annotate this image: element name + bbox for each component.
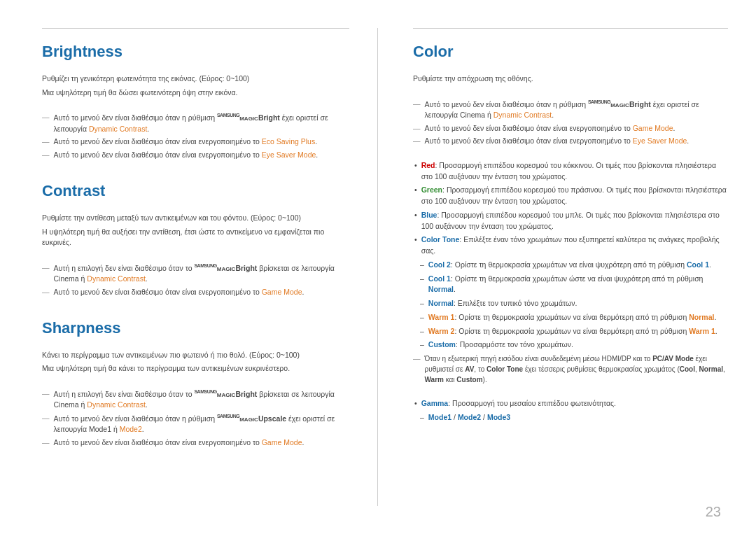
game-mode-col-ref: Game Mode — [633, 124, 673, 132]
color-tone-note-text: Όταν η εξωτερική πηγή εισόδου είναι συνδ… — [425, 353, 729, 385]
brightness-note-1-text: Αυτό το μενού δεν είναι διαθέσιμο όταν η… — [54, 112, 350, 134]
color-tone-note: ― Όταν η εξωτερική πηγή εισόδου είναι συ… — [413, 353, 728, 385]
em-dash-s3: ― — [42, 437, 50, 449]
contrast-note-1: ― Αυτή η επιλογή δεν είναι διαθέσιμο ότα… — [42, 262, 349, 285]
brightness-note-3-text: Αυτό το μενού δεν είναι διαθέσιμο όταν ε… — [54, 150, 318, 161]
cool2-item: – Cool 2: Ορίστε τη θερμοκρασία χρωμάτων… — [413, 260, 728, 271]
cool1-item: – Cool 1: Ορίστε τη θερμοκρασία χρωμάτων… — [413, 274, 728, 296]
bright-label-c: Bright — [235, 263, 257, 272]
samsung-brand-c: SAMSUNG — [194, 263, 216, 268]
contrast-body: Ρυθμίστε την αντίθεση μεταξύ των αντικει… — [42, 213, 349, 298]
color-note-3-text: Αυτό το μενού δεν είναι διαθέσιμο όταν ε… — [425, 136, 690, 147]
gamma-modes-text: Mode1 / Mode2 / Mode3 — [428, 412, 510, 423]
em-dash-tone-note: ― — [413, 353, 421, 385]
gamma-text: Gamma: Προσαρμογή του μεσαίου επιπέδου φ… — [421, 398, 616, 409]
sharpness-note-3-text: Αυτό το μενού δεν είναι διαθέσιμο όταν ε… — [54, 437, 304, 449]
blue-label: Blue — [421, 211, 438, 219]
green-label: Green — [421, 185, 442, 194]
dash-cool1: – — [420, 274, 424, 296]
cool2-label: Cool 2 — [428, 260, 451, 269]
color-bullet-red: • Red: Προσαρμογή επιπέδου κορεσμού του … — [413, 160, 728, 183]
dynamic-contrast-col-ref: Dynamic Contrast — [493, 111, 552, 119]
samsung-brand-s: SAMSUNG — [194, 389, 216, 394]
game-mode-s-ref: Game Mode — [262, 438, 302, 447]
eye-saver-col-ref: Eye Saver Mode — [633, 136, 687, 145]
warm2-label: Warm 2 — [428, 327, 455, 335]
left-column: Brightness Ρυθμίζει τη γενικότερη φωτειν… — [0, 28, 378, 506]
bright-label: Bright — [258, 113, 280, 122]
em-dash-3: ― — [42, 150, 50, 161]
warm1-label: Warm 1 — [428, 313, 455, 321]
color-note-1-text: Αυτό το μενού δεν είναι διαθέσιμο όταν η… — [425, 99, 729, 121]
em-dash-c1: ― — [42, 262, 50, 285]
warm1-ref: Warm 1 — [689, 327, 715, 335]
normal-label: Normal — [428, 299, 454, 307]
mode2-label: Mode2 — [458, 413, 481, 421]
game-mode-c-ref: Game Mode — [262, 288, 302, 296]
sharpness-note-1-text: Αυτή η επιλογή δεν είναι διαθέσιμο όταν … — [54, 388, 350, 411]
eye-saver-ref: Eye Saver Mode — [262, 150, 316, 159]
sharpness-p1: Κάνει το περίγραμμα των αντικειμένων πιο… — [42, 350, 349, 361]
custom-item: – Custom: Προσαρμόστε τον τόνο χρωμάτων. — [413, 339, 728, 351]
dash-custom: – — [420, 339, 424, 351]
bright-label-s: Bright — [235, 389, 257, 398]
samsung-brand-s2: SAMSUNG — [217, 414, 239, 419]
gamma-label: Gamma — [421, 399, 449, 407]
color-intro: Ρυθμίστε την απόχρωση της οθόνης. — [413, 73, 728, 85]
cool1-label: Cool 1 — [428, 274, 451, 283]
right-column: Color Ρυθμίστε την απόχρωση της οθόνης. … — [378, 28, 756, 506]
cool1-ref: Cool 1 — [687, 260, 709, 269]
color-bullet-red-text: Red: Προσαρμογή επιπέδου κορεσμού του κό… — [421, 160, 728, 183]
em-dash-col3: ― — [413, 136, 421, 147]
magic-brand-c: MAGIC — [217, 265, 236, 272]
color-section: Color Ρυθμίστε την απόχρωση της οθόνης. … — [413, 43, 728, 423]
eco-saving-ref: Eco Saving Plus — [262, 137, 315, 146]
sharpness-note-2-text: Αυτό το μενού δεν είναι διαθέσιμο όταν η… — [54, 413, 350, 435]
warm1-text: Warm 1: Ορίστε τη θερμοκρασία χρωμάτων ν… — [428, 312, 717, 323]
magic-brand-s2: MAGIC — [239, 416, 258, 422]
color-tone-label: Color Tone — [421, 235, 460, 244]
cool2-text: Cool 2: Ορίστε τη θερμοκρασία χρωμάτων ν… — [428, 260, 711, 271]
sharpness-note-2: ― Αυτό το μενού δεν είναι διαθέσιμο όταν… — [42, 413, 349, 435]
color-bullet-tone: • Color Tone: Επιλέξτε έναν τόνο χρωμάτω… — [413, 234, 728, 257]
color-bullet-tone-text: Color Tone: Επιλέξτε έναν τόνο χρωμάτων … — [421, 234, 728, 257]
brightness-section: Brightness Ρυθμίζει τη γενικότερη φωτειν… — [42, 43, 349, 161]
gamma-bullet: • Gamma: Προσαρμογή του μεσαίου επιπέδου… — [413, 398, 728, 409]
dash-warm1: – — [420, 312, 424, 323]
samsung-brand-col: SAMSUNG — [588, 99, 610, 104]
em-dash-col2: ― — [413, 123, 421, 134]
red-label: Red — [421, 161, 435, 169]
bullet-dot-gamma: • — [414, 398, 417, 409]
dash-warm2: – — [420, 326, 424, 337]
em-dash-s2: ― — [42, 413, 50, 435]
brightness-title: Brightness — [42, 43, 349, 65]
sharpness-note-1: ― Αυτή η επιλογή δεν είναι διαθέσιμο ότα… — [42, 388, 349, 411]
dynamic-contrast-s-ref: Dynamic Contrast — [87, 400, 145, 409]
bright-label-col: Bright — [629, 99, 651, 108]
brightness-body: Ρυθμίζει τη γενικότερη φωτεινότητα της ε… — [42, 73, 349, 161]
color-body: Ρυθμίστε την απόχρωση της οθόνης. ― Αυτό… — [413, 73, 728, 423]
brightness-note-1: ― Αυτό το μενού δεν είναι διαθέσιμο όταν… — [42, 112, 349, 134]
contrast-note-1-text: Αυτή η επιλογή δεν είναι διαθέσιμο όταν … — [54, 262, 350, 285]
sharpness-note-3: ― Αυτό το μενού δεν είναι διαθέσιμο όταν… — [42, 437, 349, 449]
color-bullet-blue-text: Blue: Προσαρμογή επιπέδου κορεσμού του μ… — [421, 210, 728, 232]
brightness-note-2: ― Αυτό το μενού δεν είναι διαθέσιμο όταν… — [42, 136, 349, 148]
dash-gamma: – — [420, 412, 424, 423]
contrast-p1: Ρυθμίστε την αντίθεση μεταξύ των αντικει… — [42, 213, 349, 224]
brightness-note-3: ― Αυτό το μενού δεν είναι διαθέσιμο όταν… — [42, 150, 349, 161]
em-dash-col1: ― — [413, 99, 421, 121]
em-dash-2: ― — [42, 136, 50, 148]
custom-label: Custom — [428, 340, 456, 349]
color-note-3: ― Αυτό το μενού δεν είναι διαθέσιμο όταν… — [413, 136, 728, 147]
warm2-text: Warm 2: Ορίστε τη θερμοκρασία χρωμάτων ν… — [428, 326, 718, 337]
dash-cool2: – — [420, 260, 424, 271]
color-note-2-text: Αυτό το μενού δεν είναι διαθέσιμο όταν ε… — [425, 123, 676, 134]
contrast-title: Contrast — [42, 182, 349, 204]
color-title: Color — [413, 43, 728, 65]
normal-ref: Normal — [428, 285, 454, 293]
bullet-dot-red: • — [414, 160, 417, 183]
magic-brand: MAGIC — [239, 115, 258, 122]
sharpness-title: Sharpness — [42, 319, 349, 342]
normal-text: Normal: Επιλέξτε τον τυπικό τόνο χρωμάτω… — [428, 298, 578, 309]
page-number: 23 — [706, 504, 721, 520]
